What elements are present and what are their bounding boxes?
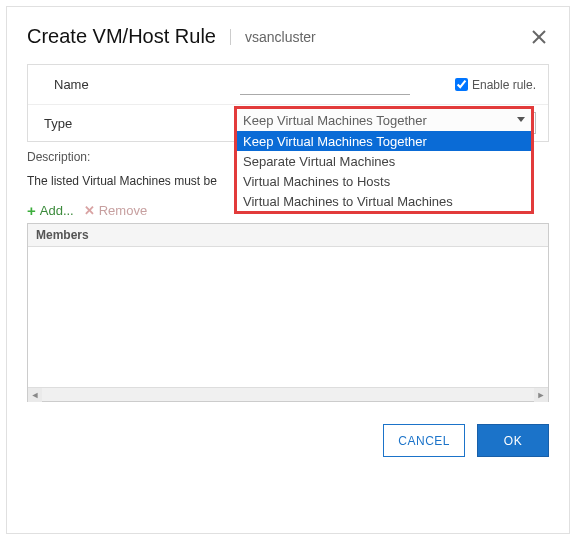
scroll-right-icon[interactable]: ► [534,388,548,402]
enable-label: Enable rule. [472,78,536,92]
plus-icon: + [27,202,36,219]
add-label: Add... [40,203,74,218]
close-icon[interactable] [529,27,549,47]
cancel-label: CANCEL [398,434,450,448]
type-option-separate[interactable]: Separate Virtual Machines [237,151,531,171]
type-option-keep-together[interactable]: Keep Virtual Machines Together [237,131,531,151]
remove-label: Remove [99,203,147,218]
ok-label: OK [504,434,522,448]
create-rule-dialog: Create VM/Host Rule vsancluster Name Ena… [6,6,570,534]
cluster-name: vsancluster [230,29,316,45]
remove-button: ✕ Remove [84,203,147,218]
dialog-footer: CANCEL OK [27,424,549,457]
add-button[interactable]: + Add... [27,202,74,219]
enable-checkbox-input[interactable] [455,78,468,91]
members-panel: Members ◄ ► [27,223,549,402]
dialog-header: Create VM/Host Rule vsancluster [27,25,549,48]
enable-rule-checkbox[interactable]: Enable rule. [455,78,536,92]
members-list[interactable] [28,247,548,387]
chevron-down-icon: Keep Virtual Machines Together [243,113,427,128]
type-label: Type [40,116,240,131]
name-input[interactable] [240,75,410,95]
cancel-button[interactable]: CANCEL [383,424,465,457]
type-dropdown-selected[interactable]: Keep Virtual Machines Together [237,109,531,131]
ok-button[interactable]: OK [477,424,549,457]
scroll-left-icon[interactable]: ◄ [28,388,42,402]
type-option-vm-to-hosts[interactable]: Virtual Machines to Hosts [237,171,531,191]
horizontal-scrollbar[interactable]: ◄ ► [28,387,548,401]
type-dropdown-open: Keep Virtual Machines Together Keep Virt… [234,106,534,214]
x-icon: ✕ [84,203,95,218]
members-header: Members [28,224,548,247]
type-option-vm-to-vm[interactable]: Virtual Machines to Virtual Machines [237,191,531,211]
name-label: Name [40,77,240,92]
name-row: Name Enable rule. [28,65,548,105]
dialog-title: Create VM/Host Rule [27,25,216,48]
